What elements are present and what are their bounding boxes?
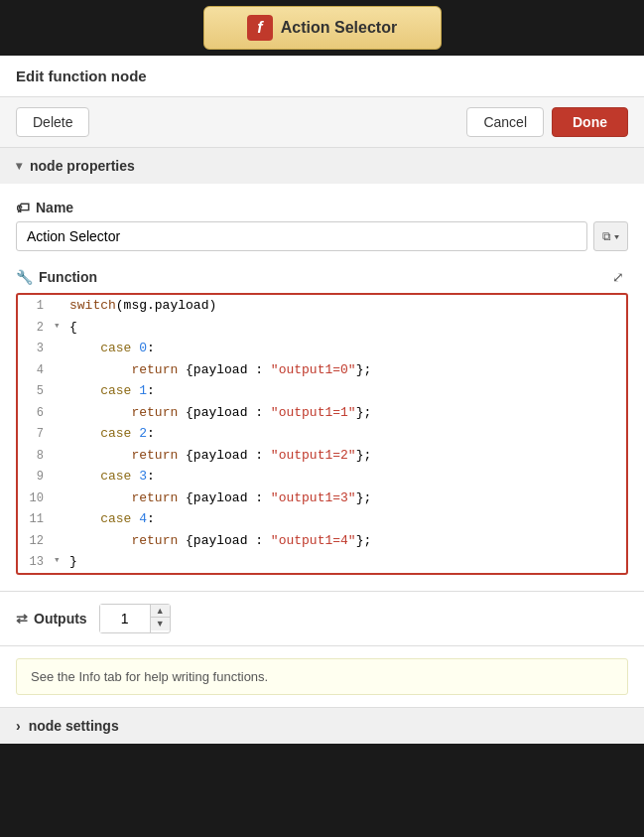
function-label-text: Function: [39, 269, 97, 285]
line-number: 12: [18, 531, 54, 550]
code-line: 9 case 3:: [18, 466, 626, 488]
code-content: return {payload : "output1=3"};: [65, 488, 626, 508]
spin-arrows: ▲ ▼: [150, 605, 170, 632]
code-content: case 4:: [65, 509, 626, 529]
code-line: 13▾}: [18, 551, 626, 573]
fold-marker: ▾: [54, 318, 65, 335]
node-properties-header[interactable]: ▾ node properties: [0, 148, 644, 184]
copy-button[interactable]: ⧉ ▾: [593, 221, 628, 251]
code-line: 5 case 1:: [18, 380, 626, 402]
code-line: 3 case 0:: [18, 338, 626, 359]
outputs-input[interactable]: [100, 605, 150, 632]
info-box-text: See the Info tab for help writing functi…: [31, 669, 268, 684]
node-settings-label: node settings: [29, 718, 119, 734]
name-input-row: ⧉ ▾: [16, 221, 628, 251]
outputs-row: ⇄ Outputs ▲ ▼: [0, 592, 644, 646]
line-number: 4: [18, 360, 54, 379]
line-number: 10: [18, 488, 54, 507]
line-number: 9: [18, 467, 54, 486]
function-icon: f: [247, 15, 273, 41]
outputs-label-text: Outputs: [34, 611, 87, 627]
node-properties-chevron: ▾: [16, 159, 22, 173]
code-content: }: [65, 552, 626, 572]
line-number: 5: [18, 381, 54, 400]
delete-button[interactable]: Delete: [16, 107, 89, 137]
node-settings-chevron: ›: [16, 718, 21, 734]
line-number: 11: [18, 509, 54, 528]
code-line: 12 return {payload : "output1=4"};: [18, 530, 626, 552]
line-number: 8: [18, 446, 54, 465]
code-line: 10 return {payload : "output1=3"};: [18, 488, 626, 509]
code-content: {: [65, 318, 626, 338]
tag-icon: 🏷: [16, 200, 30, 215]
outputs-widget: ▲ ▼: [99, 604, 171, 633]
title-bar-title: Action Selector: [281, 19, 397, 37]
node-settings-header[interactable]: › node settings: [0, 707, 644, 744]
node-properties-label: node properties: [30, 158, 135, 174]
code-line: 8 return {payload : "output1=2"};: [18, 445, 626, 467]
code-content: case 1:: [65, 381, 626, 401]
code-content: return {payload : "output1=1"};: [65, 403, 626, 423]
code-line: 2▾{: [18, 317, 626, 339]
code-content: return {payload : "output1=0"};: [65, 360, 626, 380]
title-bar-wrapper: f Action Selector: [0, 0, 644, 56]
toolbar: Delete Cancel Done: [0, 97, 644, 148]
name-input[interactable]: [16, 221, 587, 251]
edit-function-header: Edit function node: [0, 56, 644, 97]
line-number: 13: [18, 552, 54, 571]
code-content: case 3:: [65, 467, 626, 487]
spin-up-button[interactable]: ▲: [151, 605, 170, 619]
line-number: 2: [18, 318, 54, 337]
function-label: 🔧 Function: [16, 269, 97, 285]
info-box: See the Info tab for help writing functi…: [16, 658, 628, 695]
node-properties-section: ▾ node properties 🏷 Name ⧉ ▾ 🔧 Function …: [0, 148, 644, 592]
code-line: 4 return {payload : "output1=0"};: [18, 359, 626, 381]
fold-marker: ▾: [54, 552, 65, 569]
main-panel: Edit function node Delete Cancel Done ▾ …: [0, 56, 644, 744]
toolbar-right: Cancel Done: [466, 107, 628, 137]
code-content: case 2:: [65, 424, 626, 444]
code-line: 11 case 4:: [18, 508, 626, 530]
spin-down-button[interactable]: ▼: [151, 618, 170, 630]
outputs-label: ⇄ Outputs: [16, 611, 87, 627]
name-field-label: 🏷 Name: [16, 200, 628, 215]
code-content: return {payload : "output1=2"};: [65, 446, 626, 466]
line-number: 7: [18, 424, 54, 443]
done-button[interactable]: Done: [552, 107, 628, 137]
properties-body: 🏷 Name ⧉ ▾ 🔧 Function ⤢ 1switch(msg.payl…: [0, 184, 644, 591]
cancel-button[interactable]: Cancel: [466, 107, 544, 137]
function-label-row: 🔧 Function ⤢: [16, 267, 628, 287]
expand-button[interactable]: ⤢: [608, 267, 628, 287]
wrench-icon: 🔧: [16, 269, 33, 285]
line-number: 3: [18, 339, 54, 357]
code-content: switch(msg.payload): [65, 296, 626, 316]
outputs-icon: ⇄: [16, 611, 28, 627]
code-line: 1switch(msg.payload): [18, 295, 626, 317]
code-line: 7 case 2:: [18, 423, 626, 445]
code-content: case 0:: [65, 339, 626, 358]
code-editor[interactable]: 1switch(msg.payload)2▾{3 case 0:4 return…: [16, 293, 628, 575]
code-line: 6 return {payload : "output1=1"};: [18, 402, 626, 424]
code-content: return {payload : "output1=4"};: [65, 531, 626, 551]
name-label-text: Name: [36, 200, 73, 215]
line-number: 1: [18, 296, 54, 315]
title-bar: f Action Selector: [203, 6, 442, 50]
line-number: 6: [18, 403, 54, 422]
